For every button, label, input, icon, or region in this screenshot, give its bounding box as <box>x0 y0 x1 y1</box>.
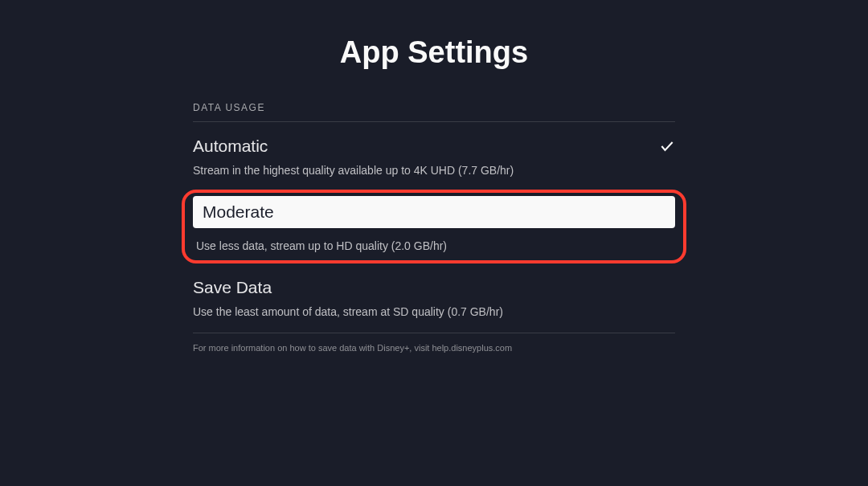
footer-note: For more information on how to save data… <box>193 333 675 353</box>
option-save-data[interactable]: Save Data Use the least amount of data, … <box>193 263 675 331</box>
option-save-data-title: Save Data <box>193 278 272 297</box>
option-automatic-title: Automatic <box>193 137 268 156</box>
option-moderate[interactable]: Moderate Use less data, stream up to HD … <box>182 190 686 263</box>
section-header-data-usage: DATA USAGE <box>193 102 675 122</box>
option-moderate-desc: Use less data, stream up to HD quality (… <box>193 239 675 252</box>
page-title: App Settings <box>340 35 528 70</box>
check-icon <box>659 138 675 154</box>
option-moderate-title: Moderate <box>203 202 274 221</box>
option-moderate-focus: Moderate <box>193 196 675 228</box>
option-automatic[interactable]: Automatic Stream in the highest quality … <box>193 122 675 190</box>
option-save-data-desc: Use the least amount of data, stream at … <box>193 305 675 318</box>
settings-panel: DATA USAGE Automatic Stream in the highe… <box>193 102 675 353</box>
option-automatic-desc: Stream in the highest quality available … <box>193 164 675 177</box>
